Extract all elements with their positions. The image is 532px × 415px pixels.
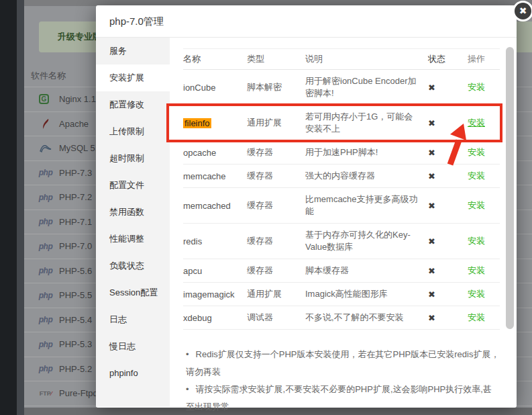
column-header: 状态	[424, 53, 464, 65]
extension-type-cell: 通用扩展	[247, 288, 305, 300]
extension-desc-cell: 不多说,不了解的不要安装	[305, 312, 424, 324]
close-button[interactable]: ✖	[513, 1, 532, 21]
menu-item-disabled-functions[interactable]: 禁用函数	[96, 199, 170, 226]
menu-item-config-file[interactable]: 配置文件	[96, 172, 170, 199]
not-installed-icon: ✖	[428, 83, 435, 93]
extension-row: xdebug调试器不多说,不了解的不要安装✖安装	[183, 306, 500, 330]
php-manage-dialog: ✖ php-7.0管理 服务安装扩展配置修改上传限制超时限制配置文件禁用函数性能…	[96, 5, 517, 408]
extension-name-cell: memcache	[183, 171, 247, 181]
install-link[interactable]: 安装	[468, 265, 485, 275]
menu-item-upload-limit[interactable]: 上传限制	[96, 118, 170, 145]
menu-item-session-config[interactable]: Session配置	[96, 279, 170, 306]
extension-desc-cell: 用于解密ionCube Encoder加密脚本!	[305, 75, 424, 99]
menu-item-phpinfo[interactable]: phpinfo	[96, 360, 170, 387]
extension-action-cell: 安装	[464, 170, 500, 182]
menu-item-config-edit[interactable]: 配置修改	[96, 91, 170, 118]
extension-action-cell: 安装	[464, 146, 500, 158]
extension-desc-cell: 基于内存亦可持久化的Key-Value数据库	[305, 229, 424, 253]
extension-type-cell: 缓存器	[247, 265, 305, 277]
extension-desc-cell: 若可用内存小于1G，可能会安装不上	[305, 111, 424, 135]
menu-item-service[interactable]: 服务	[96, 38, 170, 64]
extension-status-cell: ✖	[424, 266, 464, 276]
extension-action-cell: 安装	[464, 235, 500, 247]
extension-action-cell: 安装	[464, 81, 500, 93]
extension-name-cell: xdebug	[183, 313, 247, 323]
extension-table: 名称类型说明状态操作 ionCube脚本解密用于解密ionCube Encode…	[183, 48, 500, 330]
extension-row: ionCube脚本解密用于解密ionCube Encoder加密脚本!✖安装	[183, 70, 500, 105]
extension-desc-cell: Imagick高性能图形库	[305, 288, 424, 300]
extension-desc-cell: 用于加速PHP脚本!	[305, 146, 424, 158]
extension-type-cell: 脚本解密	[247, 81, 305, 93]
extension-status-cell: ✖	[424, 83, 464, 93]
extension-name-cell: redis	[183, 236, 247, 246]
extension-desc-cell: 比memcache支持更多高级功能	[305, 193, 424, 218]
extension-name: memcache	[183, 171, 226, 181]
extension-name: fileinfo	[183, 118, 211, 128]
extension-name: redis	[183, 236, 202, 246]
extension-type-cell: 缓存器	[247, 235, 305, 247]
extension-row: opcache缓存器用于加速PHP脚本!✖安装	[183, 141, 500, 165]
extension-row: imagemagick通用扩展Imagick高性能图形库✖安装	[183, 283, 500, 306]
extension-type-cell: 缓存器	[247, 170, 305, 182]
extension-action-cell: 安装	[464, 199, 500, 212]
scrollbar-thumb[interactable]	[506, 47, 514, 329]
extension-type-cell: 缓存器	[247, 199, 305, 212]
install-link[interactable]: 安装	[468, 82, 485, 92]
extension-desc-cell: 强大的内容缓存器	[305, 170, 424, 182]
extension-status-cell: ✖	[424, 313, 464, 323]
extension-desc-cell: 脚本缓存器	[305, 265, 424, 277]
not-installed-icon: ✖	[428, 266, 435, 276]
extension-status-cell: ✖	[424, 118, 464, 128]
extension-row: memcache缓存器强大的内容缓存器✖安装	[183, 165, 500, 188]
install-link[interactable]: 安装	[468, 236, 485, 246]
not-installed-icon: ✖	[428, 289, 435, 299]
install-link[interactable]: 安装	[468, 289, 485, 299]
column-header: 操作	[464, 53, 500, 65]
extension-name-cell: apcu	[183, 266, 247, 276]
extension-action-cell: 安装	[464, 288, 500, 300]
column-header: 说明	[305, 53, 424, 65]
extension-type-cell: 通用扩展	[247, 117, 305, 129]
extension-row: apcu缓存器脚本缓存器✖安装	[183, 259, 500, 283]
close-icon: ✖	[519, 5, 527, 16]
extension-type-cell: 缓存器	[247, 146, 305, 158]
extension-action-cell: 安装	[464, 312, 500, 324]
menu-item-load-status[interactable]: 负载状态	[96, 252, 170, 279]
extension-action-cell: 安装	[464, 117, 500, 129]
install-link[interactable]: 安装	[468, 171, 485, 181]
extension-row: fileinfo通用扩展若可用内存小于1G，可能会安装不上✖安装	[183, 105, 500, 141]
extension-name: imagemagick	[183, 289, 235, 299]
extension-name-cell: memcached	[183, 201, 247, 211]
dialog-menu: 服务安装扩展配置修改上传限制超时限制配置文件禁用函数性能调整负载状态Sessio…	[96, 38, 170, 407]
extension-name-cell: fileinfo	[183, 118, 247, 128]
extension-status-cell: ✖	[424, 171, 464, 181]
install-link[interactable]: 安装	[468, 118, 485, 128]
note-item: 请按实际需求安装扩展,不要安装不必要的PHP扩展,这会影响PHP执行效率,甚至出…	[186, 381, 500, 415]
install-link[interactable]: 安装	[468, 312, 485, 322]
menu-item-performance[interactable]: 性能调整	[96, 226, 170, 252]
extension-status-cell: ✖	[424, 148, 464, 158]
not-installed-icon: ✖	[428, 148, 435, 158]
install-link[interactable]: 安装	[468, 200, 485, 210]
notes-list: Redis扩展仅支持一个PHP版本安装使用，若在其它PHP版本已安装redis扩…	[186, 346, 500, 415]
not-installed-icon: ✖	[428, 236, 435, 246]
extension-status-cell: ✖	[424, 236, 464, 246]
column-header: 名称	[183, 53, 247, 65]
column-header: 类型	[247, 53, 305, 65]
install-link[interactable]: 安装	[468, 147, 485, 157]
note-item: Redis扩展仅支持一个PHP版本安装使用，若在其它PHP版本已安装redis扩…	[186, 346, 500, 381]
menu-item-slow-log[interactable]: 慢日志	[96, 333, 170, 360]
dialog-title: php-7.0管理	[96, 5, 517, 38]
extension-name: xdebug	[183, 313, 212, 323]
not-installed-icon: ✖	[428, 201, 435, 211]
not-installed-icon: ✖	[428, 118, 435, 128]
not-installed-icon: ✖	[428, 313, 435, 323]
menu-item-install-ext[interactable]: 安装扩展	[96, 64, 170, 91]
menu-item-timeout-limit[interactable]: 超时限制	[96, 145, 170, 172]
menu-item-log[interactable]: 日志	[96, 306, 170, 333]
extension-name: apcu	[183, 266, 202, 276]
extension-action-cell: 安装	[464, 265, 500, 277]
extension-name: ionCube	[183, 83, 215, 93]
screen: 升级专业版，所 软件名称 GNginx 1.15.ApacheMySQL 5.5…	[0, 0, 532, 415]
dialog-content: 名称类型说明状态操作 ionCube脚本解密用于解密ionCube Encode…	[170, 38, 517, 407]
